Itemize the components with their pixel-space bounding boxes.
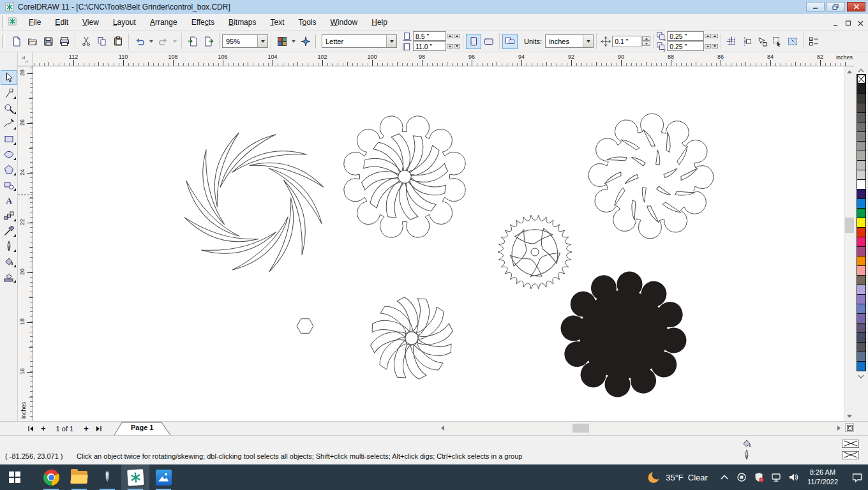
object-slit-knob-slit[interactable] <box>625 172 639 188</box>
undo-icon[interactable] <box>131 33 147 50</box>
color-swatch-21[interactable] <box>857 285 866 295</box>
object-slit-knob-slit[interactable] <box>677 146 687 165</box>
horizontal-ruler[interactable]: inches 112110108106104102100989694929088… <box>33 52 854 66</box>
menu-layout[interactable]: Layout <box>106 17 143 28</box>
object-slit-knob-slit[interactable] <box>637 186 652 202</box>
volume-icon[interactable] <box>788 471 799 483</box>
vertical-scroll-thumb[interactable] <box>845 218 854 233</box>
all-pages-button[interactable] <box>502 34 518 49</box>
outline-tool[interactable] <box>1 239 17 253</box>
export-icon[interactable] <box>200 33 216 50</box>
corel-graphics-icon[interactable] <box>297 33 313 50</box>
color-swatch-19[interactable] <box>857 265 866 276</box>
color-swatch-15[interactable] <box>857 227 866 237</box>
object-black-knob[interactable] <box>561 272 687 397</box>
print-icon[interactable] <box>56 33 72 50</box>
duplicate-y-spin-down[interactable] <box>712 44 718 48</box>
menu-edit[interactable]: Edit <box>48 17 75 28</box>
weather-widget[interactable]: 35°F Clear <box>647 470 708 484</box>
scroll-right-button[interactable] <box>834 424 843 433</box>
color-swatch-17[interactable] <box>857 246 866 256</box>
horizontal-scrollbar[interactable] <box>437 423 844 433</box>
notification-center-icon[interactable] <box>851 471 863 483</box>
taskbar-file-explorer-icon[interactable] <box>65 464 93 490</box>
color-swatch-23[interactable] <box>857 304 866 314</box>
object-blade-ring[interactable] <box>195 133 262 207</box>
color-swatch-26[interactable] <box>857 332 866 343</box>
object-blade-ring[interactable] <box>179 181 246 236</box>
menu-effects[interactable]: Effects <box>184 17 221 28</box>
color-swatch-8[interactable] <box>857 160 866 170</box>
paper-height-spin-up[interactable] <box>447 44 453 48</box>
object-slit-knob-slit[interactable] <box>607 151 628 168</box>
units-combo[interactable]: inches <box>545 34 594 48</box>
object-spiral-knob-slot[interactable] <box>361 148 401 187</box>
object-spiral-knob-slot[interactable] <box>403 181 437 211</box>
color-swatch-22[interactable] <box>857 294 866 304</box>
launcher-dropdown-icon[interactable] <box>292 40 296 43</box>
object-pinwheel-blade[interactable] <box>368 321 408 363</box>
object-gear-spoke[interactable] <box>500 230 537 266</box>
color-swatch-16[interactable] <box>857 237 866 247</box>
object-spiral-knob-slot[interactable] <box>409 152 450 194</box>
doc-restore-button[interactable] <box>845 18 852 29</box>
object-gear-spoke[interactable] <box>515 219 553 252</box>
ruler-origin-button[interactable] <box>18 52 33 66</box>
object-gear[interactable] <box>498 215 572 288</box>
object-slit-knob-slit[interactable] <box>662 202 681 212</box>
snap-to-guidelines-button[interactable] <box>739 34 754 49</box>
object-blade-ring[interactable] <box>246 198 313 272</box>
palette-scroll-up-icon[interactable] <box>858 66 864 74</box>
object-spiral-knob-slot[interactable] <box>394 133 433 174</box>
application-launcher-icon[interactable] <box>274 33 290 50</box>
menu-view[interactable]: View <box>75 17 106 28</box>
open-icon[interactable] <box>24 33 40 50</box>
landscape-button[interactable] <box>481 34 497 49</box>
ellipse-tool[interactable] <box>1 147 17 161</box>
pick-tool[interactable] <box>1 70 17 85</box>
object-spiral-knob-slot[interactable] <box>387 181 430 222</box>
paper-width-field[interactable]: 8.5 " <box>413 31 446 41</box>
color-swatch-29[interactable] <box>857 361 866 371</box>
taskbar-photos-icon[interactable] <box>149 464 177 490</box>
tray-app-icon[interactable] <box>736 471 747 483</box>
object-pinwheel-blade[interactable] <box>394 341 437 382</box>
menu-file[interactable]: File <box>22 17 48 28</box>
start-button[interactable] <box>0 464 29 490</box>
add-page-before-button[interactable]: + <box>41 424 46 433</box>
duplicate-x-spin-up[interactable] <box>705 34 711 38</box>
menu-window[interactable]: Window <box>324 17 365 28</box>
object-blade-ring[interactable] <box>184 195 258 262</box>
object-gear-hole[interactable] <box>531 248 539 256</box>
color-swatch-14[interactable] <box>857 218 866 228</box>
snap-to-grid-button[interactable] <box>724 34 739 49</box>
color-swatch-10[interactable] <box>857 179 866 189</box>
restore-button[interactable] <box>827 2 845 11</box>
interactive-fill-tool[interactable] <box>1 269 17 284</box>
marquee-select-button[interactable] <box>785 34 800 49</box>
zoom-combo-dropdown-icon[interactable] <box>257 35 267 47</box>
object-spiral-knob-slot[interactable] <box>376 180 415 221</box>
color-swatch-13[interactable] <box>857 208 866 218</box>
object-spiral-knob-slot[interactable] <box>408 166 449 205</box>
object-spiral-knob-slot[interactable] <box>359 160 400 202</box>
cut-icon[interactable] <box>78 33 94 50</box>
last-page-button[interactable] <box>94 424 104 434</box>
menubar-grip[interactable] <box>2 15 5 29</box>
object-slit-knob-slit[interactable] <box>621 140 640 150</box>
menu-tools[interactable]: Tools <box>291 17 323 28</box>
object-spiral-knob-slot[interactable] <box>370 175 400 209</box>
toolbar-grip[interactable] <box>2 34 5 48</box>
color-swatch-1[interactable] <box>857 93 866 103</box>
object-pinwheel-blade[interactable] <box>387 295 429 335</box>
color-swatch-11[interactable] <box>857 189 866 199</box>
object-slit-knob[interactable] <box>588 114 714 239</box>
import-icon[interactable] <box>184 33 200 50</box>
freehand-tool[interactable] <box>1 116 17 131</box>
polygon-tool[interactable] <box>1 162 17 177</box>
scroll-left-button[interactable] <box>438 424 447 433</box>
duplicate-y-field[interactable]: 0.25 " <box>667 41 704 51</box>
add-page-after-button[interactable]: + <box>84 424 89 433</box>
taskbar-chrome-icon[interactable] <box>37 464 65 490</box>
object-blade-ring[interactable] <box>232 210 288 277</box>
